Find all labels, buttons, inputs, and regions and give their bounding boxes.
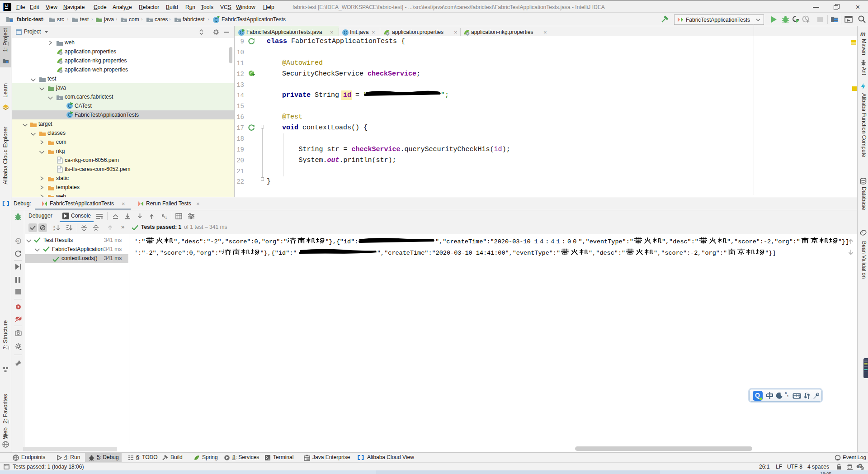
svg-text:9: 9: [17, 239, 19, 243]
svg-text:?: ?: [859, 464, 861, 469]
svg-text:z: z: [53, 228, 55, 231]
svg-text:C: C: [214, 18, 217, 23]
svg-text:I: I: [165, 216, 167, 219]
